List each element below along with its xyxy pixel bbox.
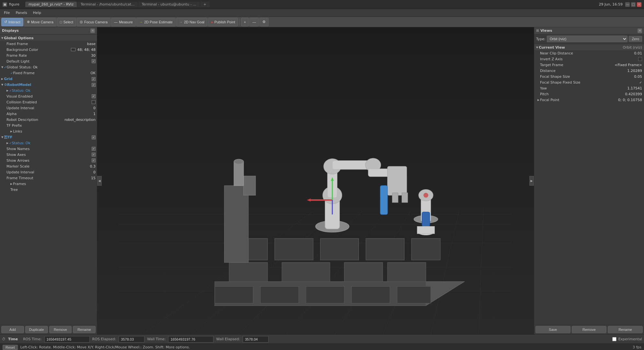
tf-update-interval-value[interactable]: 0 — [93, 170, 96, 174]
grid-checkbox[interactable]: ✓ — [92, 77, 96, 81]
viewport-3d[interactable]: ◀ ▶ — [97, 27, 534, 334]
marker-scale-value[interactable]: 0.3 — [90, 164, 96, 169]
close-btn[interactable]: ✕ — [637, 2, 641, 7]
remove-button[interactable]: Remove — [49, 326, 72, 333]
status-help-text: Left-Click: Rotate. Middle-Click: Move X… — [20, 345, 190, 349]
show-arrows-checkbox[interactable]: ✓ — [92, 158, 96, 162]
robot-description-value[interactable]: robot_description — [64, 118, 96, 122]
views-save-button[interactable]: Save — [535, 326, 570, 333]
frame-rate-value[interactable]: 30 — [91, 53, 96, 58]
left-panel-toggle[interactable]: ◀ — [97, 176, 102, 186]
views-rename-button[interactable]: Rename — [608, 326, 643, 333]
tab-terminal1[interactable]: Terminal - /home/ubuntu/cat... — [77, 2, 138, 7]
focal-shape-size-value[interactable]: 0.05 — [634, 75, 642, 79]
links-header[interactable]: Links — [0, 128, 97, 134]
left-arrow-icon: ◀ — [98, 179, 101, 182]
minimize-btn[interactable]: — — [625, 2, 630, 7]
add-button[interactable]: Add — [1, 326, 24, 333]
ros-elapsed-label: ROS Elapsed: — [92, 337, 116, 341]
wall-time-input[interactable] — [168, 336, 213, 343]
toolbar-plus[interactable]: + — [241, 18, 249, 26]
robotmodel-status-row[interactable]: ✓ Status: Ok — [0, 88, 97, 93]
fixed-frame-value[interactable]: base — [87, 42, 96, 46]
ros-elapsed-input[interactable] — [119, 336, 144, 343]
toolbar-minus[interactable]: — — [249, 18, 259, 26]
collision-enabled-checkbox[interactable] — [92, 100, 96, 104]
tf-header[interactable]: ⚿ TF ✓ — [0, 134, 97, 140]
invert-z-checkbox[interactable] — [638, 57, 642, 61]
experimental-checkbox[interactable] — [612, 337, 616, 341]
distance-value[interactable]: 1.20289 — [627, 69, 642, 73]
toolbar-focus-camera[interactable]: ◎ Focus Camera — [77, 18, 110, 26]
toolbar-move-camera[interactable]: ⊕ Move Camera — [24, 18, 56, 26]
show-axes-checkbox[interactable]: ✓ — [92, 153, 96, 157]
global-options-header[interactable]: Global Options — [0, 35, 97, 41]
tf-checkbox[interactable]: ✓ — [92, 135, 96, 139]
tree-header[interactable]: Tree — [0, 187, 97, 192]
near-clip-value[interactable]: 0.01 — [634, 51, 642, 55]
focal-point-row[interactable]: Focal Point 0; 0; 0.10758 — [534, 97, 644, 103]
svg-rect-29 — [224, 186, 248, 262]
move-camera-icon: ⊕ — [27, 20, 30, 24]
fixed-frame-label: Fixed Frame — [6, 42, 86, 46]
show-names-label: Show Names — [6, 147, 92, 151]
update-interval-value[interactable]: 0 — [93, 106, 96, 110]
yaw-value[interactable]: 1.17541 — [627, 86, 642, 90]
titlebar: ▣ figure mypal_260_pi.rviz* - RViz Termi… — [0, 0, 644, 9]
tf-label: TF — [7, 135, 12, 139]
menu-file[interactable]: File — [1, 10, 12, 16]
global-status-items: ✓ Fixed Frame OK — [0, 70, 97, 76]
marker-scale-row: Marker Scale 0.3 — [0, 163, 97, 169]
update-interval-label: Update Interval — [6, 106, 92, 110]
frames-header[interactable]: Frames — [0, 181, 97, 187]
views-panel-close[interactable]: ✕ — [638, 29, 642, 33]
wall-elapsed-input[interactable] — [243, 336, 269, 343]
views-remove-button[interactable]: Remove — [572, 326, 607, 333]
right-panel-toggle[interactable]: ▶ — [529, 176, 534, 186]
toolbar-2d-nav[interactable]: → 2D Nav Goal — [176, 18, 207, 26]
toolbar-settings[interactable]: ⚙ — [259, 18, 269, 26]
target-frame-value[interactable]: <Fixed Frame> — [615, 63, 642, 67]
bg-color-row: Background Color 48; 48; 48 — [0, 47, 97, 52]
displays-panel-close[interactable]: ✕ — [90, 29, 95, 33]
alpha-value[interactable]: 1 — [93, 112, 96, 116]
tab-rviz[interactable]: mypal_260_pi.rviz* - RViz — [25, 2, 77, 7]
tab-terminal2[interactable]: Terminal - ubuntu@ubuntu - ... — [138, 2, 199, 7]
maximize-btn[interactable]: □ — [631, 2, 636, 7]
visual-enabled-checkbox[interactable]: ✓ — [92, 94, 96, 98]
robotmodel-header[interactable]: ⚙ RobotModel ✓ — [0, 82, 97, 88]
frame-timeout-value[interactable]: 15 — [91, 176, 96, 180]
rename-button[interactable]: Rename — [73, 326, 96, 333]
toolbar-measure[interactable]: — Measure — [111, 18, 136, 26]
ros-time-input[interactable] — [44, 336, 90, 343]
default-light-checkbox[interactable]: ✓ — [92, 59, 96, 63]
global-status-header[interactable]: ✓ Global Status: Ok — [0, 64, 97, 70]
current-view-header[interactable]: Current View Orbit (rviz) — [534, 44, 644, 50]
menu-help[interactable]: Help — [30, 10, 44, 16]
titlebar-icons: ▣ figure — [3, 2, 22, 7]
toolbar-select[interactable]: □ Select — [57, 18, 76, 26]
robot-description-label: Robot Description — [6, 118, 63, 122]
nav-icon: → — [179, 20, 183, 24]
grid-header[interactable]: Grid ✓ — [0, 76, 97, 82]
tab-new[interactable]: + — [200, 2, 210, 7]
views-zero-btn[interactable]: Zero — [629, 36, 642, 42]
show-names-checkbox[interactable]: ✓ — [92, 147, 96, 151]
bg-color-swatch[interactable] — [71, 48, 75, 51]
toolbar-publish-point[interactable]: ● Publish Point — [208, 18, 238, 26]
toolbar-2d-pose[interactable]: → 2D Pose Estimate — [136, 18, 176, 26]
publish-icon: ● — [211, 20, 213, 24]
status-bar: Reset Left-Click: Rotate. Middle-Click: … — [0, 344, 644, 350]
menu-panels[interactable]: Panels — [13, 10, 29, 16]
robotmodel-checkbox[interactable]: ✓ — [92, 83, 96, 87]
toolbar-interact[interactable]: ↺ Interact — [1, 18, 23, 26]
views-type-select[interactable]: Orbit (rviz) — [547, 36, 627, 42]
views-panel: ⊞ Views ✕ Type: Orbit (rviz) Zero Curren… — [534, 27, 644, 334]
reset-button[interactable]: Reset — [3, 345, 18, 350]
default-light-row: Default Light ✓ — [0, 58, 97, 64]
focal-shape-fixed-value[interactable]: ✓ — [639, 81, 642, 84]
views-type-label: Type: — [536, 37, 546, 41]
tf-status-row[interactable]: ✓ Status: Ok — [0, 140, 97, 146]
pitch-value[interactable]: 0.420399 — [625, 92, 642, 96]
duplicate-button[interactable]: Duplicate — [25, 326, 48, 333]
